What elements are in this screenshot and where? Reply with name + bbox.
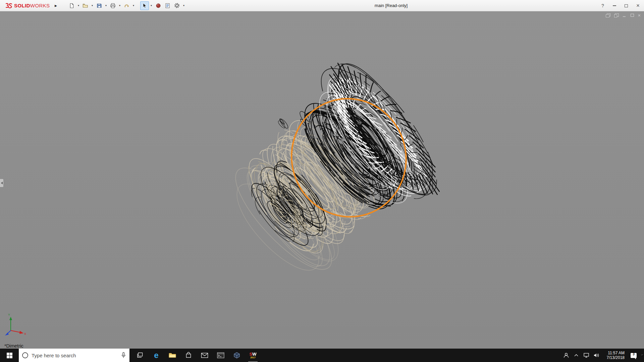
- mail-button[interactable]: [197, 349, 213, 362]
- open-button[interactable]: [81, 1, 90, 10]
- 3d-viewer-button[interactable]: [229, 349, 245, 362]
- store-icon: [185, 352, 192, 359]
- panel-collapse-tab[interactable]: [0, 179, 4, 187]
- dassault-ds-icon: [3, 2, 13, 9]
- document-window-controls: ×: [606, 13, 641, 17]
- undo-button[interactable]: [122, 1, 131, 10]
- help-button[interactable]: ?: [600, 3, 605, 8]
- minimize-icon: [613, 5, 616, 6]
- brand-text: SOLIDWORKS: [14, 3, 50, 8]
- close-button[interactable]: ×: [635, 3, 641, 8]
- sw-icon-year: 2017: [250, 356, 256, 359]
- brand-solid: SOLID: [14, 3, 30, 8]
- quick-access-toolbar: ▾ ▾ ▾: [67, 1, 186, 10]
- sw-icon-s: S: [250, 352, 253, 357]
- engine-wireframe: [0, 12, 644, 349]
- clock[interactable]: 11:57 AM 7/13/2018: [602, 351, 626, 360]
- action-center-button[interactable]: 3: [628, 349, 639, 362]
- solidworks-app-icon: SW 2017: [248, 351, 258, 360]
- network-icon: [583, 353, 589, 358]
- toolbar-flyout-button[interactable]: ▶: [53, 2, 59, 9]
- new-document-button[interactable]: [67, 1, 76, 10]
- options-caret-icon[interactable]: ▾: [182, 1, 186, 10]
- restore-window-icon[interactable]: [630, 13, 634, 17]
- start-button[interactable]: [0, 349, 19, 362]
- save-floppy-icon: [97, 3, 102, 8]
- system-tray: 11:57 AM 7/13/2018 3: [562, 349, 644, 362]
- clock-date: 7/13/2018: [602, 355, 625, 360]
- new-document-caret-icon[interactable]: ▾: [77, 1, 80, 10]
- command-prompt-icon: [217, 352, 224, 358]
- file-explorer-icon: [168, 352, 176, 359]
- document-title: main [Read-only]: [375, 0, 408, 11]
- print-caret-icon[interactable]: ▾: [118, 1, 122, 10]
- minimize-button[interactable]: [612, 3, 617, 8]
- minimize-window-icon[interactable]: [623, 13, 627, 17]
- clock-time: 11:57 AM: [602, 351, 625, 355]
- open-folder-icon: [83, 3, 88, 8]
- microphone-icon[interactable]: [121, 352, 126, 359]
- appearance-button[interactable]: [154, 1, 163, 10]
- open-caret-icon[interactable]: ▾: [91, 1, 94, 10]
- orientation-triad: Y X: [2, 310, 30, 339]
- undo-caret-icon[interactable]: ▾: [132, 1, 136, 10]
- sw-icon-w: W: [252, 352, 256, 357]
- cascade-window-icon[interactable]: [614, 13, 619, 17]
- people-icon: [563, 352, 569, 358]
- notification-badge: 3: [628, 352, 639, 356]
- document-properties-icon: [165, 3, 170, 8]
- appearance-sphere-icon: [156, 3, 161, 8]
- select-button[interactable]: [140, 1, 149, 10]
- options-button[interactable]: [173, 1, 181, 10]
- solidworks-taskbar-button[interactable]: SW 2017: [245, 349, 261, 362]
- edge-icon: e: [154, 351, 158, 359]
- mail-icon: [201, 353, 208, 358]
- maximize-icon: [625, 4, 628, 7]
- print-icon: [110, 3, 116, 8]
- network-button[interactable]: [582, 349, 590, 362]
- options-gear-icon: [174, 3, 180, 8]
- close-window-icon[interactable]: ×: [638, 13, 641, 17]
- new-document-icon: [69, 3, 74, 8]
- search-input[interactable]: [32, 353, 118, 358]
- taskbar-search: [19, 349, 129, 362]
- show-desktop-button[interactable]: [641, 355, 643, 356]
- triad-x-label: X: [24, 332, 26, 336]
- task-view-icon: [137, 352, 144, 359]
- view-orientation-label: *Dimetric: [4, 343, 23, 349]
- edge-button[interactable]: e: [148, 349, 164, 362]
- windows-logo-icon: [7, 353, 12, 358]
- select-cursor-icon: [142, 3, 147, 8]
- maximize-button[interactable]: [624, 3, 629, 8]
- cortana-icon: [21, 352, 29, 359]
- solidworks-window: SOLIDWORKS ▶ ▾ ▾: [0, 0, 644, 362]
- chevron-up-icon: [574, 354, 579, 357]
- print-button[interactable]: [109, 1, 117, 10]
- triad-y-label: Y: [8, 313, 10, 316]
- select-caret-icon[interactable]: ▾: [150, 1, 153, 10]
- window-controls: ? ×: [600, 0, 641, 11]
- tray-overflow-button[interactable]: [572, 349, 580, 362]
- speaker-icon: [593, 353, 599, 358]
- people-button[interactable]: [562, 349, 570, 362]
- titlebar: SOLIDWORKS ▶ ▾ ▾: [0, 0, 644, 11]
- task-view-button[interactable]: [132, 349, 148, 362]
- file-explorer-button[interactable]: [164, 349, 180, 362]
- tile-window-icon[interactable]: [606, 13, 610, 17]
- taskbar-apps: e: [132, 349, 261, 362]
- document-properties-button[interactable]: [163, 1, 172, 10]
- solidworks-logo: SOLIDWORKS: [0, 2, 50, 9]
- brand-works: WORKS: [30, 3, 50, 8]
- store-button[interactable]: [180, 349, 197, 362]
- windows-taskbar: e: [0, 349, 644, 362]
- save-button[interactable]: [95, 1, 104, 10]
- 3d-app-icon: [233, 352, 240, 359]
- save-caret-icon[interactable]: ▾: [104, 1, 108, 10]
- undo-icon: [124, 3, 129, 8]
- command-prompt-button[interactable]: [213, 349, 229, 362]
- volume-button[interactable]: [592, 349, 600, 362]
- graphics-viewport[interactable]: × Y X *Dimetric: [0, 12, 644, 349]
